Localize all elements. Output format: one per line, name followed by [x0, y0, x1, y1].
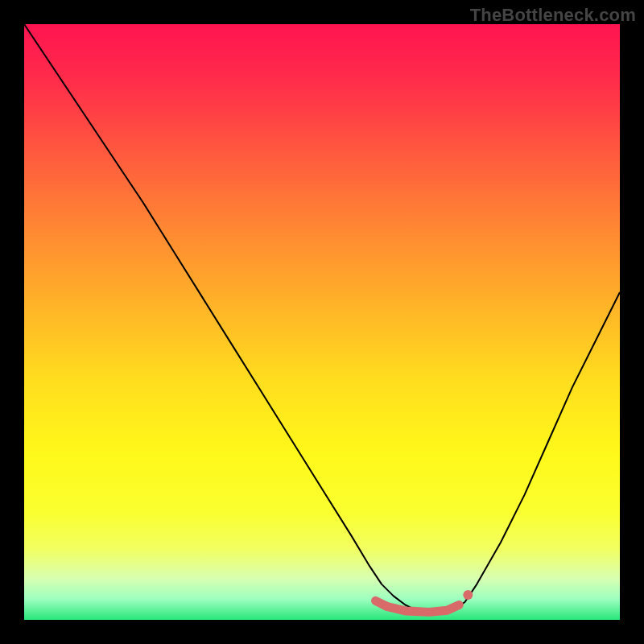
optimal-zone-end-dot — [463, 590, 473, 600]
watermark-text: TheBottleneck.com — [470, 5, 636, 26]
gradient-background — [24, 24, 620, 620]
plot-area — [24, 24, 620, 620]
chart-container: TheBottleneck.com — [0, 0, 644, 644]
chart-svg — [24, 24, 620, 620]
